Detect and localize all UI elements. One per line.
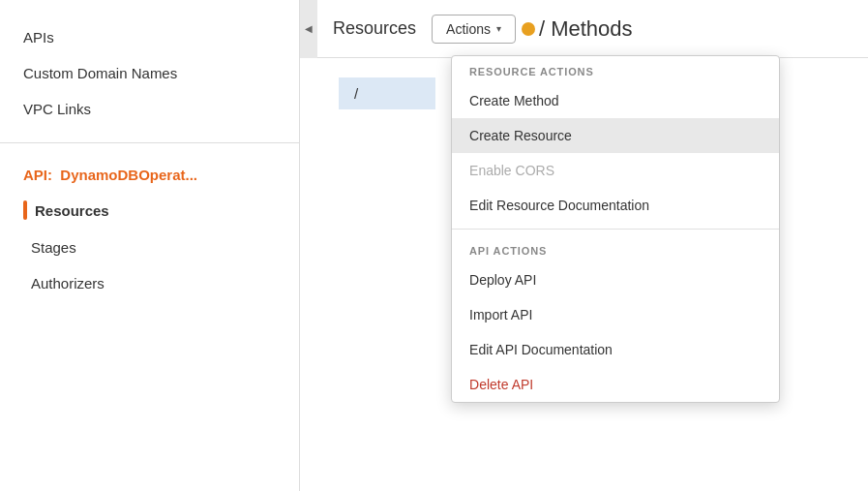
sidebar-item-apis[interactable]: APIs	[0, 19, 299, 55]
collapse-sidebar-button[interactable]: ◀	[300, 0, 317, 58]
actions-dropdown-button[interactable]: Actions ▾	[432, 15, 516, 44]
dropdown-item-import-api[interactable]: Import API	[452, 297, 779, 332]
resources-active-bar	[23, 200, 27, 220]
sidebar-item-custom-domain-names[interactable]: Custom Domain Names	[0, 55, 299, 91]
sidebar-divider-1	[0, 142, 299, 143]
sidebar-item-vpc-links[interactable]: VPC Links	[0, 91, 299, 127]
dropdown-arrow-icon: ▾	[496, 23, 501, 34]
main-content: ◀ Resources Actions ▾ RESOURCE ACTIONS C…	[300, 0, 868, 491]
actions-area: Actions ▾ RESOURCE ACTIONS Create Method…	[432, 15, 516, 44]
api-actions-section-label: API ACTIONS	[452, 235, 779, 262]
resource-actions-section-label: RESOURCE ACTIONS	[452, 56, 779, 83]
dropdown-item-edit-resource-doc[interactable]: Edit Resource Documentation	[452, 188, 779, 223]
actions-dropdown-menu: RESOURCE ACTIONS Create Method Create Re…	[451, 55, 780, 403]
methods-title: / Methods	[535, 16, 633, 42]
dropdown-item-deploy-api[interactable]: Deploy API	[452, 262, 779, 297]
dropdown-item-create-resource[interactable]: Create Resource	[452, 118, 779, 153]
actions-label: Actions	[446, 21, 491, 37]
sidebar-item-stages[interactable]: Stages	[0, 230, 299, 265]
api-label-prefix: API:	[23, 167, 52, 183]
resources-header-label: Resources	[317, 18, 432, 39]
resource-path-row[interactable]: /	[339, 77, 435, 109]
api-name: DynamoDBOperat...	[60, 167, 197, 183]
sidebar-item-authorizers[interactable]: Authorizers	[0, 265, 299, 301]
sidebar-item-resources[interactable]: Resources	[0, 191, 299, 230]
dropdown-divider	[452, 229, 779, 230]
dropdown-item-enable-cors: Enable CORS	[452, 153, 779, 188]
sidebar-resources-label: Resources	[35, 202, 109, 219]
sidebar: APIs Custom Domain Names VPC Links API: …	[0, 0, 300, 491]
orange-dot-indicator	[522, 22, 535, 36]
dropdown-item-create-method[interactable]: Create Method	[452, 83, 779, 118]
header-bar: ◀ Resources Actions ▾ RESOURCE ACTIONS C…	[300, 0, 868, 58]
collapse-icon: ◀	[305, 23, 313, 34]
api-label: API: DynamoDBOperat...	[0, 159, 299, 191]
dropdown-item-delete-api[interactable]: Delete API	[452, 367, 779, 402]
dropdown-item-edit-api-doc[interactable]: Edit API Documentation	[452, 332, 779, 367]
